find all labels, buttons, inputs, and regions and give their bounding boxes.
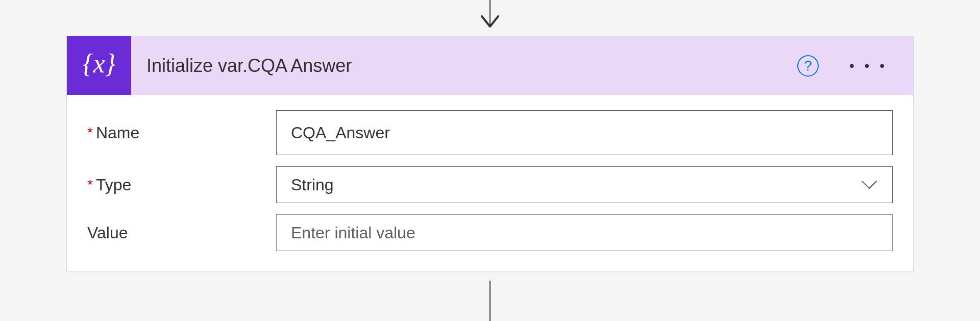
variables-icon: {x} [67,36,131,95]
arrow-down-icon [480,15,500,30]
required-indicator: * [87,177,93,193]
svg-text:{x}: {x} [83,49,116,78]
more-menu-button[interactable]: • • • [844,53,893,79]
flow-connector-top [480,0,500,30]
flow-connector-bottom [489,281,491,321]
type-select[interactable]: String [276,166,893,203]
action-header[interactable]: {x} Initialize var.CQA Answer ? • • • [67,36,913,95]
required-indicator: * [87,125,93,141]
action-title: Initialize var.CQA Answer [146,55,797,77]
value-input[interactable] [276,214,893,251]
field-label-type: * Type [87,176,276,194]
field-label-name: * Name [87,124,276,142]
field-row-name: * Name [87,110,893,155]
help-icon[interactable]: ? [797,55,819,77]
type-select-value: String [277,176,846,194]
flow-action-card: {x} Initialize var.CQA Answer ? • • • * … [66,36,914,272]
action-body: * Name * Type String Value [67,95,913,271]
field-label-value: Value [87,224,276,242]
field-row-type: * Type String [87,166,893,203]
chevron-down-icon [846,180,892,190]
field-row-value: Value [87,214,893,251]
name-input[interactable] [276,110,893,155]
